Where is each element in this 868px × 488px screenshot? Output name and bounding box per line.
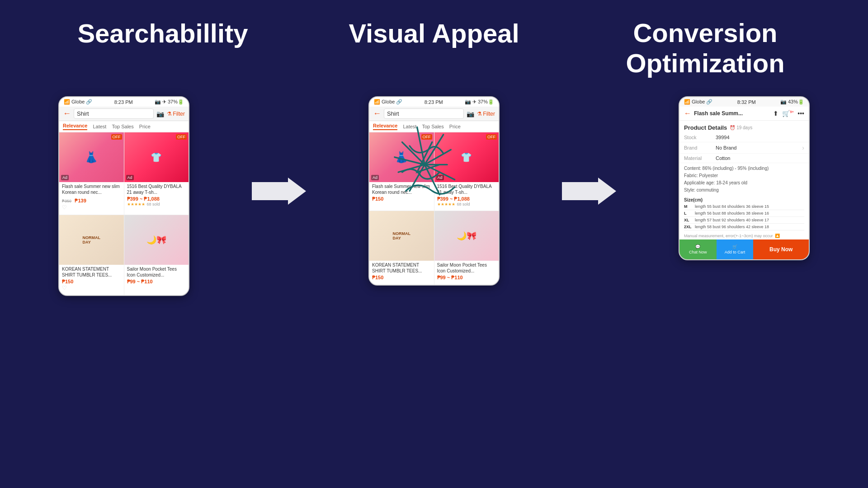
share-icon[interactable]: ⬆ [773, 110, 778, 117]
content-text: Content: 86% (including) - 95% (includin… [684, 165, 804, 172]
product-card-1-4[interactable]: 🌙🎀 Sailor Moon Pocket Tees Icon Customiz… [124, 215, 189, 295]
svg-marker-0 [252, 178, 306, 205]
product-price-2-3: ₱150 [372, 275, 431, 281]
signal-1: 📶 Globe 🔗 [64, 99, 92, 105]
product-card-1-2[interactable]: 👕 OFF Ad 1516 Best Quality DYBALA 21 awa… [124, 132, 189, 215]
phone-3: 📶 Globe 🔗 8:32 PM 📷 43%🔋 ← Flash sale Su… [679, 96, 810, 260]
product-card-2-4[interactable]: 🌙🎀 Sailor Moon Pocket Tees Icon Customiz… [434, 211, 499, 285]
back-button-2[interactable]: ← [373, 109, 381, 118]
bottom-bar[interactable]: 💬 Chat Now 🛒 Add to Cart Buy Now [679, 239, 809, 259]
filter-tabs-1[interactable]: Relevance Latest Top Sales Price [59, 121, 189, 132]
stars-2-2: ★★★★★ [437, 202, 455, 206]
tab-relevance-1[interactable]: Relevance [63, 123, 87, 130]
buy-now-button[interactable]: Buy Now [753, 239, 809, 259]
filter-button-1[interactable]: ⚗ Filter [167, 111, 185, 117]
ad-badge-1-1: Ad [61, 175, 69, 180]
section-titles: Searchabillity Visual Appeal Conversion … [0, 0, 868, 87]
measurement-note: Manual measurement, error(+-1~3cm) may o… [679, 232, 809, 239]
heart-icon-1-3[interactable]: ♡ [62, 285, 67, 291]
product-image-1-2: 👕 OFF Ad [124, 132, 189, 182]
cart-icon: 🛒 [732, 244, 737, 249]
size-label-m: M [684, 204, 693, 209]
size-data-m: length 55 bust 84 shoulders 36 sleeve 15 [695, 204, 769, 209]
arrow-icon-1 [252, 178, 306, 205]
status-bar-1: 📶 Globe 🔗 8:23 PM 📷 ✈ 37%🔋 [59, 97, 189, 107]
product-price-1-2: ₱399 ~ ₱1,088 [127, 196, 186, 202]
product-price-2-1: ₱150 [372, 196, 431, 202]
heart-icon-1-1[interactable]: ♡ [62, 204, 67, 211]
filter-button-2[interactable]: ⚗ Filter [477, 111, 495, 117]
product-image-2-3: NORMALDAY [369, 211, 434, 261]
size-row-m: M length 55 bust 84 shoulders 36 sleeve … [684, 203, 804, 210]
cart-icon-badge[interactable]: 🛒9+ [782, 110, 794, 117]
search-input-1[interactable]: Shirt [74, 108, 154, 119]
product-image-2-4: 🌙🎀 [434, 211, 499, 261]
detail-title: Flash sale Summ... [694, 110, 770, 117]
product-price-1-4: ₱99 ~ ₱110 [127, 279, 186, 285]
status-bar-2: 📶 Globe 🔗 8:23 PM 📷 ✈ 37%🔋 [369, 97, 499, 107]
search-bar-2[interactable]: ← Shirt 📷 ⚗ Filter [369, 107, 499, 121]
tab-latest-1[interactable]: Latest [93, 124, 106, 129]
size-label-l: L [684, 211, 693, 216]
search-bar-1[interactable]: ← Shirt 📷 ⚗ Filter [59, 107, 189, 121]
tab-latest-2[interactable]: Latest [403, 124, 416, 129]
size-label-xl: XL [684, 218, 693, 222]
time-2: 8:23 PM [425, 99, 443, 105]
back-button-1[interactable]: ← [63, 109, 71, 118]
detail-row-brand[interactable]: Brand No Brand › [679, 142, 809, 154]
age-text: Applicable age: 18-24 years old [684, 179, 804, 187]
more-icon[interactable]: ••• [797, 110, 804, 117]
product-card-1-1[interactable]: 👗 OFF Ad Flash sale Summer new slim Kore… [59, 132, 124, 215]
size-row-2xl: 2XL length 58 bust 96 shoulders 42 sleev… [684, 224, 804, 230]
tab-topsales-2[interactable]: Top Sales [422, 124, 443, 129]
off-badge-1-2: OFF [176, 134, 187, 140]
product-card-2-1[interactable]: 👗 OFF Ad Flash sale Summer new slim Kore… [369, 132, 434, 211]
phone-1: 📶 Globe 🔗 8:23 PM 📷 ✈ 37%🔋 ← Shirt 📷 ⚗ F… [58, 96, 189, 296]
chat-icon: 💬 [695, 244, 700, 249]
tab-topsales-1[interactable]: Top Sales [112, 124, 133, 129]
product-card-2-3[interactable]: NORMALDAY KOREAN STATEMENT SHIRT TUMBLR … [369, 211, 434, 285]
filter-tabs-2[interactable]: Relevance Latest Top Sales Price [369, 121, 499, 132]
phones-row: 📶 Globe 🔗 8:23 PM 📷 ✈ 37%🔋 ← Shirt 📷 ⚗ F… [0, 87, 868, 296]
ad-badge-2-2: Ad [436, 175, 444, 180]
searchability-title: Searchabillity [27, 18, 298, 78]
time-1: 8:23 PM [114, 99, 133, 105]
brand-label: Brand [684, 145, 716, 150]
product-price-2-2: ₱399 ~ ₱1,088 [437, 196, 496, 202]
product-image-2-2: 👕 OFF Ad [434, 132, 499, 182]
back-button-3[interactable]: ← [684, 109, 691, 117]
product-title-2-3: KOREAN STATEMENT SHIRT TUMBLR TEES... [372, 262, 431, 274]
search-input-2[interactable]: Shirt [384, 108, 464, 119]
stock-label: Stock [684, 135, 716, 140]
product-description: Content: 86% (including) - 95% (includin… [679, 163, 809, 196]
product-title-1-1: Flash sale Summer new slim Korean round … [62, 183, 121, 195]
size-label-2xl: 2XL [684, 225, 693, 229]
sold-2-2: 68 sold [457, 202, 470, 206]
days-badge: ⏰ 19 days [730, 125, 752, 130]
camera-icon-2: 📷 [467, 110, 474, 117]
ad-badge-1-2: Ad [126, 175, 134, 180]
product-title-1-4: Sailor Moon Pocket Tees Icon Customized.… [127, 266, 186, 278]
stock-value: 39994 [716, 135, 804, 140]
product-card-1-3[interactable]: NORMALDAY KOREAN STATEMENT SHIRT TUMBLR … [59, 215, 124, 295]
off-badge-2-1: OFF [421, 134, 432, 140]
chat-now-button[interactable]: 💬 Chat Now [679, 239, 717, 259]
product-card-2-2[interactable]: 👕 OFF Ad 1516 Best Quality DYBALA 21 awa… [434, 132, 499, 211]
tab-price-2[interactable]: Price [449, 124, 461, 129]
add-to-cart-button[interactable]: 🛒 Add to Cart [717, 239, 754, 259]
style-text: Style: commuting [684, 187, 804, 194]
product-old-price-1-1: ₱350 [62, 199, 71, 203]
buy-label: Buy Now [769, 246, 793, 253]
detail-icons[interactable]: ⬆ 🛒9+ ••• [773, 110, 804, 117]
tab-price-1[interactable]: Price [139, 124, 151, 129]
product-title-2-2: 1516 Best Quality DYBALA 21 away T-sh... [437, 183, 496, 195]
svg-marker-11 [562, 178, 616, 205]
tab-relevance-2[interactable]: Relevance [373, 123, 397, 130]
battery-3: 📷 43%🔋 [780, 99, 804, 105]
visual-appeal-title: Visual Appeal [298, 18, 570, 78]
time-3: 8:32 PM [737, 99, 756, 105]
detail-header[interactable]: ← Flash sale Summ... ⬆ 🛒9+ ••• [679, 107, 809, 121]
sold-1-2: 68 sold [147, 202, 160, 206]
cart-label: Add to Cart [725, 250, 745, 254]
product-image-2-1: 👗 OFF Ad [369, 132, 434, 182]
